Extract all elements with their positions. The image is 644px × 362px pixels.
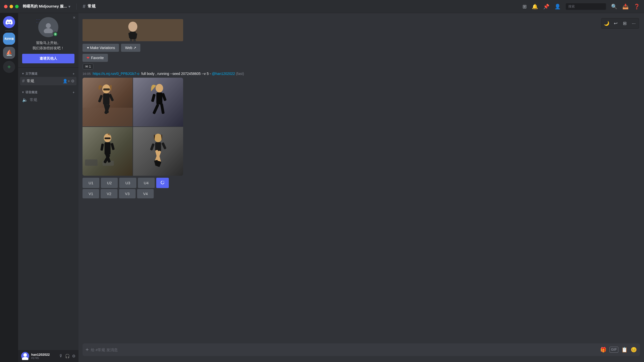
explore-server-icon[interactable]: ⛵ [3, 47, 15, 59]
message-link[interactable]: https://s.mj.run/0_PPBJGb7-o [93, 72, 139, 76]
maximize-traffic-light[interactable] [15, 5, 19, 8]
close-traffic-light[interactable] [4, 5, 8, 8]
settings-icon[interactable]: ⚙ [71, 79, 74, 83]
messages-area[interactable]: ✦ Make Variations Web ↗ ❤ Favorite [78, 13, 644, 343]
variation-1-button[interactable]: V1 [83, 189, 99, 198]
speed-badge: (fast) [236, 72, 244, 76]
user-settings-icon[interactable]: ⚙ [72, 354, 75, 358]
svg-rect-39 [155, 142, 161, 151]
traffic-lights [4, 5, 19, 8]
grid-image-2[interactable] [133, 78, 183, 126]
variation-2-button[interactable]: V2 [101, 189, 117, 198]
server-list: 亮的M服 ⛵ + [0, 13, 18, 362]
search-bar[interactable]: 搜索 [566, 3, 606, 10]
bell-icon[interactable]: 🔔 [532, 4, 538, 10]
add-member-icon[interactable]: 👤+ [63, 79, 70, 83]
emoji-icon[interactable]: 😊 [631, 347, 637, 353]
more-actions-button[interactable]: ··· [630, 19, 638, 27]
midjourney-server-icon[interactable]: 亮的M服 [3, 33, 15, 45]
user-bar: han1202022 #1745 🎙 🎧 ⚙ [18, 350, 78, 362]
grid-image-3[interactable] [83, 127, 133, 176]
attach-button[interactable]: + [86, 343, 89, 356]
forward-button[interactable]: ⊞ [621, 19, 629, 27]
avatar-badge: + [53, 32, 58, 37]
svg-rect-31 [105, 142, 111, 155]
add-voice-channel-icon[interactable]: + [73, 91, 74, 94]
heart-icon: ❤ [87, 56, 90, 60]
chevron-down-icon: ▾ [68, 5, 70, 9]
svg-point-2 [23, 353, 27, 357]
text-channels-header[interactable]: ▾ 文字频道 + [20, 72, 76, 76]
make-variations-button[interactable]: ✦ Make Variations [83, 44, 119, 52]
add-server-button[interactable]: + [3, 61, 15, 73]
pin-icon[interactable]: 📌 [543, 4, 549, 10]
upscale-3-button[interactable]: U3 [119, 178, 136, 188]
upscale-2-button[interactable]: U2 [101, 178, 118, 188]
svg-point-3 [22, 357, 28, 360]
reaction-bar: ✉ 1 [83, 63, 640, 70]
reaction-mail[interactable]: ✉ 1 [83, 63, 94, 70]
refresh-button[interactable] [156, 178, 169, 188]
channel-item-regular-text[interactable]: # 常规 👤+ ⚙ [20, 77, 76, 85]
discord-server-icon[interactable] [3, 16, 15, 28]
sticker-icon[interactable]: 📋 [621, 347, 628, 353]
dots-decoration: · · ·· · [36, 18, 40, 24]
svg-rect-10 [133, 39, 136, 41]
channel-sidebar: × + · · ·· · 冒险马上开始。 我们添加些好友吧！ 邀请其他人 [18, 13, 78, 362]
svg-point-1 [44, 28, 53, 33]
web-button[interactable]: Web ↗ [121, 44, 140, 52]
sparkle-icon: ✦ [87, 46, 90, 50]
members-icon[interactable]: 👤 [554, 4, 561, 10]
minimize-traffic-light[interactable] [10, 5, 13, 8]
variation-3-button[interactable]: V3 [119, 189, 136, 198]
speaker-icon: 🔈 [22, 97, 28, 103]
emoji-react-button[interactable]: 🌙 [602, 19, 611, 27]
upscale-buttons-row: U1 U2 U3 U4 [83, 178, 640, 188]
gift-icon[interactable]: 🎁 [600, 347, 607, 353]
action-buttons-row: ✦ Make Variations Web ↗ [83, 44, 640, 52]
message-input-area: + 🎁 GIF 📋 😊 [78, 343, 644, 362]
channel-item-regular-voice[interactable]: 🔈 常规 [20, 96, 76, 104]
grid-image-1[interactable] [83, 78, 133, 126]
mic-icon[interactable]: 🎙 [59, 354, 63, 358]
mention[interactable]: @han1202022 [212, 72, 235, 76]
invite-button[interactable]: 邀请其他人 [22, 54, 74, 63]
grid-image-4[interactable] [133, 127, 183, 176]
message-actions-toolbar: 🌙 ↩ ⊞ ··· [601, 18, 639, 29]
favorite-button[interactable]: ❤ Favorite [83, 54, 108, 62]
upscale-1-button[interactable]: U1 [83, 178, 99, 188]
voice-channels-header[interactable]: ▾ 语音频道 + [20, 90, 76, 95]
svg-rect-14 [103, 94, 110, 105]
svg-rect-28 [85, 159, 98, 166]
close-sidebar-button[interactable]: × [73, 15, 75, 20]
channel-actions: 👤+ ⚙ [63, 79, 74, 83]
search-label: 搜索 [568, 4, 575, 9]
add-channel-icon[interactable]: + [73, 72, 74, 76]
server-profile-section: × + · · ·· · 冒险马上开始。 我们添加些好友吧！ 邀请其他人 [18, 13, 78, 68]
upscale-4-button[interactable]: U4 [138, 178, 155, 188]
mail-icon: ✉ [85, 65, 88, 68]
hash-channel-icon: # [22, 78, 25, 84]
favorite-row: ❤ Favorite [83, 54, 640, 62]
image-grid[interactable] [83, 78, 183, 176]
avatar-container: + · · ·· · [38, 17, 58, 37]
svg-point-0 [46, 23, 51, 28]
message-input-wrapper: + 🎁 GIF 📋 😊 [83, 343, 640, 356]
variation-4-button[interactable]: V4 [137, 189, 154, 198]
gif-button[interactable]: GIF [610, 347, 618, 353]
svg-point-21 [156, 84, 163, 93]
variation-buttons-row: V1 V2 V3 V4 [83, 189, 640, 198]
text-channels-section: ▾ 文字频道 + # 常规 👤+ ⚙ [18, 68, 78, 86]
message-input[interactable] [91, 345, 598, 355]
headphone-icon[interactable]: 🎧 [65, 354, 70, 358]
search-icon[interactable]: 🔍 [611, 4, 617, 10]
inbox-icon[interactable]: 📥 [622, 4, 629, 10]
server-name[interactable]: 韩曙亮的 Midjourney 服... ▾ [23, 4, 70, 9]
svg-rect-36 [105, 138, 111, 139]
threads-icon[interactable]: ⊞ [522, 4, 527, 10]
svg-point-5 [128, 22, 137, 32]
help-icon[interactable]: ❓ [634, 4, 640, 10]
titlebar-actions: ⊞ 🔔 📌 👤 搜索 🔍 📥 ❓ [522, 3, 640, 10]
reply-button[interactable]: ↩ [612, 19, 620, 27]
svg-rect-9 [130, 39, 132, 41]
